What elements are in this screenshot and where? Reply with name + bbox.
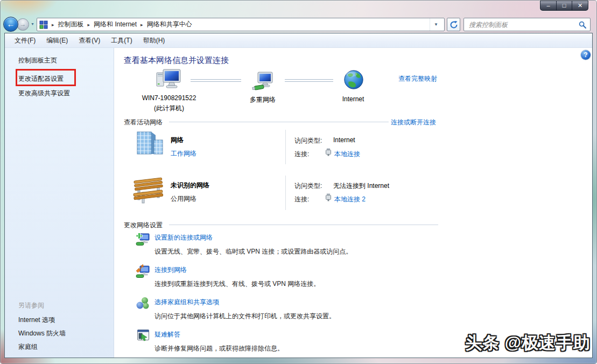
ethernet-plug-icon [325, 148, 332, 158]
search-icon[interactable] [579, 21, 586, 29]
task-link-troubleshoot[interactable]: 疑难解答 [154, 330, 180, 339]
forward-button[interactable]: → [17, 18, 29, 31]
sidebar-item-change-adapter-settings[interactable]: 更改适配器设置 [18, 74, 64, 83]
section-rule [169, 225, 438, 225]
network-type-label: 公用网络 [171, 194, 196, 204]
computer-icon[interactable] [156, 68, 182, 94]
refresh-icon [449, 20, 458, 29]
network-type-link[interactable]: 工作网络 [171, 149, 196, 158]
address-dropdown-button[interactable]: ▼ [430, 18, 442, 31]
recent-pages-chevron[interactable]: ▼ [31, 22, 34, 26]
sidebar-item-homegroup[interactable]: 家庭组 [18, 342, 38, 352]
menu-item-edit[interactable]: 编辑(E) [41, 34, 73, 47]
row-divider [285, 176, 286, 210]
local-connection-2-link[interactable]: 本地连接 2 [334, 195, 366, 204]
watermark: 头条 @极速手助 [465, 332, 591, 354]
section-header-change-settings: 更改网络设置 [124, 221, 163, 230]
access-type-label: 访问类型: [294, 136, 322, 145]
work-network-icon [135, 130, 165, 158]
sidebar-see-also-header: 另请参阅 [18, 301, 44, 310]
local-connection-link[interactable]: 本地连接 [334, 150, 360, 159]
search-input[interactable] [468, 20, 579, 29]
map-internet-label: Internet [321, 95, 385, 103]
refresh-button[interactable] [447, 18, 460, 31]
map-computer-sublabel: (此计算机) [126, 104, 212, 113]
task-desc: 访问位于其他网络计算机上的文件和打印机，或更改共享设置。 [154, 312, 335, 321]
menu-item-view[interactable]: 查看(V) [73, 34, 106, 47]
breadcrumb-separator: ▸ [84, 22, 94, 27]
task-link-connect-to-network[interactable]: 连接到网络 [154, 265, 187, 275]
window-client-area: 文件(F) 编辑(E) 查看(V) 工具(T) 帮助(H) 控制面板主页 更改适… [4, 33, 593, 358]
back-button[interactable]: ← [3, 17, 18, 32]
view-full-map-link[interactable]: 查看完整映射 [398, 74, 437, 83]
breadcrumb-separator: ▸ [137, 22, 147, 27]
map-connector-line [285, 79, 333, 82]
network-location-icon [39, 20, 48, 29]
task-desc: 连接到或重新连接到无线、有线、拨号或 VPN 网络连接。 [154, 279, 320, 289]
desktop-background: – □ ✕ ← → ▼ ▸ 控制面板 ▸ 网络和 Internet ▸ 网络和共… [0, 0, 597, 364]
section-header-active-networks: 查看活动网络 [124, 118, 163, 127]
troubleshoot-icon[interactable] [137, 329, 150, 344]
sidebar-item-control-panel-home[interactable]: 控制面板主页 [18, 56, 57, 65]
connect-to-network-icon[interactable] [136, 264, 150, 280]
address-bar[interactable]: ▸ 控制面板 ▸ 网络和 Internet ▸ 网络和共享中心 ▼ [37, 18, 445, 31]
access-type-value: 无法连接到 Internet [333, 181, 389, 191]
maximize-button[interactable]: □ [556, 1, 572, 11]
breadcrumb-item-control-panel[interactable]: 控制面板 [58, 20, 84, 29]
network-name: 未识别的网络 [171, 181, 209, 190]
unidentified-network-bench-icon [132, 176, 165, 206]
multi-network-icon[interactable] [252, 72, 273, 93]
map-connector-line [191, 79, 241, 82]
close-button[interactable]: ✕ [572, 1, 588, 11]
minimize-button[interactable]: – [540, 1, 556, 11]
task-desc: 诊断并修复网络问题，或获得故障排除信息。 [154, 344, 284, 353]
menu-item-help[interactable]: 帮助(H) [138, 34, 171, 47]
breadcrumb-separator: ▸ [48, 22, 58, 27]
forward-arrow-icon: → [20, 20, 26, 28]
access-type-label: 访问类型: [294, 181, 322, 191]
connection-label: 连接: [294, 195, 309, 204]
sidebar: 控制面板主页 更改适配器设置 更改高级共享设置 另请参阅 Internet 选项… [5, 48, 114, 358]
map-multi-network-label: 多重网络 [230, 95, 295, 104]
section-rule [169, 122, 389, 122]
menu-bar: 文件(F) 编辑(E) 查看(V) 工具(T) 帮助(H) [5, 33, 592, 48]
map-computer-name: WIN7-1908291522 [126, 94, 212, 102]
page-title: 查看基本网络信息并设置连接 [124, 55, 229, 66]
breadcrumb-item-network-internet[interactable]: 网络和 Internet [94, 20, 137, 29]
connect-disconnect-link[interactable]: 连接或断开连接 [391, 118, 436, 127]
breadcrumb-item-network-sharing-center[interactable]: 网络和共享中心 [147, 20, 192, 29]
ethernet-plug-icon [325, 193, 332, 203]
menu-item-tools[interactable]: 工具(T) [106, 34, 137, 47]
connection-label: 连接: [294, 150, 309, 159]
help-button[interactable]: ? [581, 50, 591, 60]
search-box [463, 18, 591, 31]
menu-item-file[interactable]: 文件(F) [9, 34, 41, 47]
back-arrow-icon: ← [7, 19, 15, 29]
task-link-homegroup-sharing[interactable]: 选择家庭组和共享选项 [154, 298, 219, 307]
sidebar-item-internet-options[interactable]: Internet 选项 [18, 316, 55, 325]
main-content: 查看基本网络信息并设置连接 ? [114, 48, 592, 358]
network-name: 网络 [171, 136, 184, 145]
task-link-new-connection[interactable]: 设置新的连接或网络 [154, 233, 213, 242]
sidebar-item-change-advanced-sharing[interactable]: 更改高级共享设置 [18, 89, 70, 98]
sidebar-item-windows-firewall[interactable]: Windows 防火墙 [18, 329, 66, 338]
new-connection-icon[interactable] [136, 232, 150, 248]
task-desc: 设置无线、宽带、拨号、临时或 VPN 连接；或设置路由器或访问点。 [154, 247, 352, 256]
internet-globe-icon[interactable] [343, 69, 364, 92]
homegroup-icon[interactable] [136, 296, 150, 312]
row-divider [285, 130, 286, 164]
window-controls: – □ ✕ [540, 1, 588, 11]
access-type-value: Internet [333, 136, 355, 144]
